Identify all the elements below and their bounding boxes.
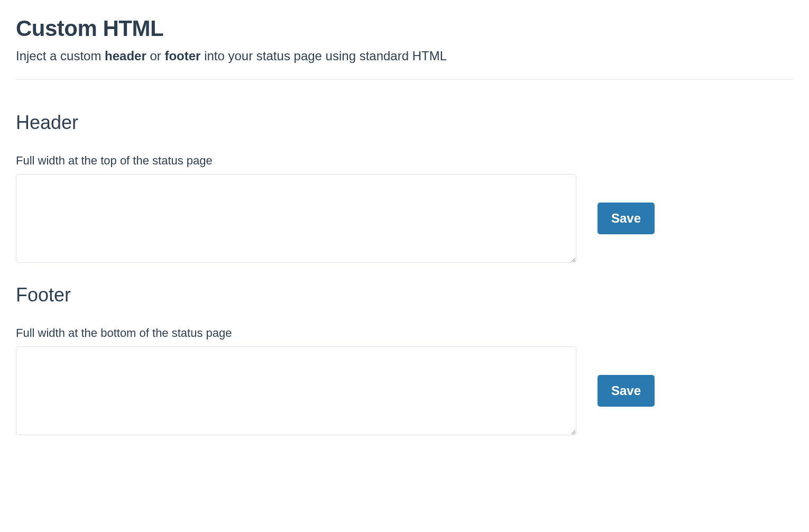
subtitle-mid: or — [146, 49, 165, 63]
header-section: Header Full width at the top of the stat… — [16, 112, 793, 263]
subtitle-bold-header: header — [105, 49, 146, 63]
header-field-label: Full width at the top of the status page — [16, 154, 793, 168]
subtitle-prefix: Inject a custom — [16, 49, 105, 63]
header-row: Save — [16, 174, 793, 263]
subtitle-suffix: into your status page using standard HTM… — [200, 49, 447, 63]
page-subtitle: Inject a custom header or footer into yo… — [16, 49, 793, 63]
footer-row: Save — [16, 346, 793, 435]
footer-heading: Footer — [16, 284, 793, 306]
divider — [16, 79, 793, 80]
header-textarea[interactable] — [16, 174, 576, 263]
page-title: Custom HTML — [16, 16, 793, 41]
header-heading: Header — [16, 112, 793, 134]
subtitle-bold-footer: footer — [164, 49, 200, 63]
footer-textarea[interactable] — [16, 346, 576, 435]
footer-save-button[interactable]: Save — [597, 375, 655, 407]
header-save-button[interactable]: Save — [597, 203, 655, 234]
footer-field-label: Full width at the bottom of the status p… — [16, 326, 793, 340]
footer-section: Footer Full width at the bottom of the s… — [16, 284, 793, 435]
